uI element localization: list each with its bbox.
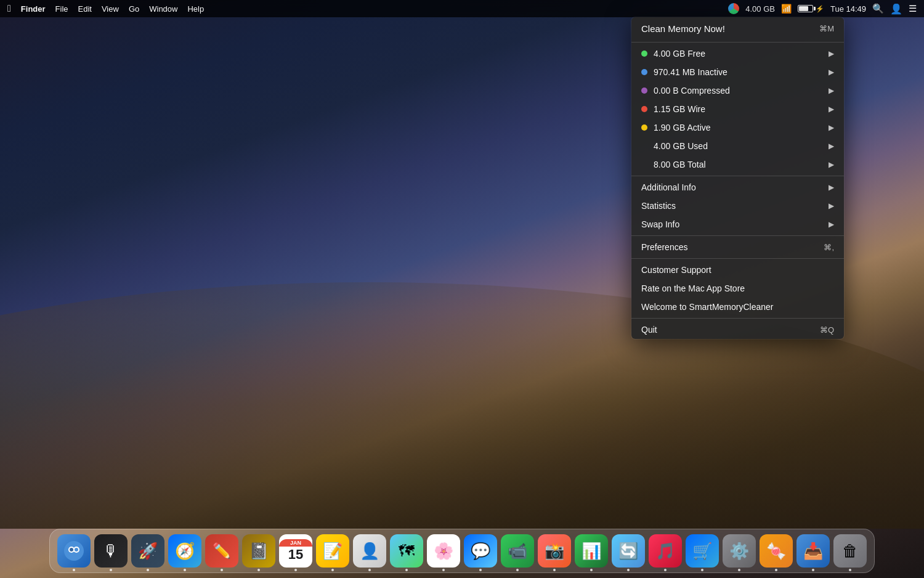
- apple-menu[interactable]: : [7, 3, 11, 14]
- statistics-item[interactable]: Statistics ▶: [631, 197, 844, 215]
- dock-item-photos[interactable]: 🌸: [427, 534, 460, 568]
- free-label: 4.00 GB Free: [654, 49, 824, 59]
- memory-free-item[interactable]: 4.00 GB Free ▶: [631, 44, 844, 63]
- dock-item-facetime-messages[interactable]: 💬: [464, 534, 497, 568]
- dock-item-downloads[interactable]: 📥: [796, 534, 830, 568]
- customer-support-label: Customer Support: [641, 265, 834, 275]
- used-label: 4.00 GB Used: [654, 141, 824, 151]
- customer-support-item[interactable]: Customer Support: [631, 261, 844, 279]
- menubar-datetime[interactable]: Tue 14:49: [830, 4, 866, 14]
- divider-2: [631, 176, 844, 176]
- welcome-item[interactable]: Welcome to SmartMemoryCleaner: [631, 298, 844, 316]
- menubar-go[interactable]: Go: [129, 4, 139, 14]
- dock-item-contacts[interactable]: 👤: [353, 534, 386, 568]
- divider-4: [631, 258, 844, 259]
- menubar-help[interactable]: Help: [187, 4, 204, 14]
- memory-wire-item[interactable]: 1.15 GB Wire ▶: [631, 100, 844, 118]
- rate-appstore-label: Rate on the Mac App Store: [641, 283, 834, 293]
- battery-fill: [799, 6, 808, 11]
- preferences-shortcut: ⌘,: [824, 243, 834, 252]
- menubar-window[interactable]: Window: [149, 4, 177, 14]
- menubar-edit[interactable]: Edit: [78, 4, 92, 14]
- memory-used-item[interactable]: 4.00 GB Used ▶: [631, 137, 844, 155]
- menubar:  Finder File Edit View Go Window Help 4…: [0, 0, 924, 17]
- dock: 🎙 🚀 🧭 ✏️ 📓 JAN 15 📝 👤 🗺 🌸 💬 📹 📸 📊 🔄 🎵 🛒 …: [49, 529, 875, 573]
- svg-point-3: [70, 548, 73, 552]
- dock-item-launchpad[interactable]: 🚀: [131, 534, 164, 568]
- additional-info-item[interactable]: Additional Info ▶: [631, 178, 844, 197]
- dock-item-safari[interactable]: 🧭: [168, 534, 201, 568]
- wifi-icon[interactable]: 📶: [781, 4, 792, 14]
- menubar-left:  Finder File Edit View Go Window Help: [7, 3, 728, 14]
- wire-chevron: ▶: [829, 105, 834, 113]
- quit-item[interactable]: Quit ⌘Q: [631, 320, 844, 339]
- dock-item-notes[interactable]: 📝: [316, 534, 349, 568]
- compressed-chevron: ▶: [829, 86, 834, 95]
- smc-memory-label[interactable]: 4.00 GB: [745, 4, 775, 14]
- search-icon[interactable]: 🔍: [872, 3, 884, 14]
- active-label: 1.90 GB Active: [654, 123, 824, 132]
- dock-item-trash[interactable]: 🗑: [833, 534, 867, 568]
- dock-item-book[interactable]: 📓: [242, 534, 275, 568]
- inactive-dot: [641, 69, 647, 75]
- calendar-month: JAN: [279, 539, 312, 547]
- memory-inactive-item[interactable]: 970.41 MB Inactive ▶: [631, 63, 844, 81]
- avatar-icon[interactable]: 👤: [890, 3, 902, 15]
- menubar-file[interactable]: File: [55, 4, 68, 14]
- battery-label: ⚡: [816, 5, 824, 13]
- menubar-right: 4.00 GB 📶 ⚡ Tue 14:49 🔍 👤 ☰: [728, 3, 917, 15]
- dock-item-maps[interactable]: 🗺: [390, 534, 423, 568]
- preferences-item[interactable]: Preferences ⌘,: [631, 238, 844, 256]
- statistics-chevron: ▶: [829, 201, 834, 210]
- clean-memory-label: Clean Memory Now!: [641, 23, 819, 34]
- smc-menubar-icon[interactable]: [728, 3, 739, 14]
- total-label: 8.00 GB Total: [654, 160, 824, 169]
- divider-3: [631, 235, 844, 236]
- total-chevron: ▶: [829, 160, 834, 169]
- inactive-label: 970.41 MB Inactive: [654, 67, 824, 77]
- battery-indicator[interactable]: ⚡: [798, 5, 824, 13]
- dock-item-photobook[interactable]: 📸: [538, 534, 571, 568]
- memory-active-item[interactable]: 1.90 GB Active ▶: [631, 118, 844, 137]
- wire-dot: [641, 106, 647, 112]
- calendar-day: 15: [288, 547, 303, 563]
- dock-item-calendar[interactable]: JAN 15: [279, 534, 312, 568]
- menubar-view[interactable]: View: [102, 4, 119, 14]
- free-chevron: ▶: [829, 49, 834, 58]
- additional-info-label: Additional Info: [641, 182, 824, 192]
- dock-item-pencil[interactable]: ✏️: [205, 534, 238, 568]
- compressed-dot: [641, 88, 647, 94]
- memory-compressed-item[interactable]: 0.00 B Compressed ▶: [631, 81, 844, 100]
- list-icon[interactable]: ☰: [909, 3, 917, 14]
- free-dot: [641, 51, 647, 57]
- used-chevron: ▶: [829, 142, 834, 150]
- swap-info-chevron: ▶: [829, 220, 834, 229]
- rate-appstore-item[interactable]: Rate on the Mac App Store: [631, 279, 844, 298]
- active-chevron: ▶: [829, 123, 834, 132]
- statistics-label: Statistics: [641, 201, 824, 211]
- battery-icon: [798, 5, 813, 12]
- active-dot: [641, 124, 647, 131]
- dock-item-finder[interactable]: [57, 534, 91, 568]
- dock-item-candy[interactable]: 🍬: [760, 534, 793, 568]
- swap-info-item[interactable]: Swap Info ▶: [631, 215, 844, 234]
- divider-5: [631, 318, 844, 319]
- swap-info-label: Swap Info: [641, 219, 824, 229]
- dock-item-facetime[interactable]: 📹: [501, 534, 534, 568]
- smc-dropdown-menu: Clean Memory Now! ⌘M 4.00 GB Free ▶ 970.…: [631, 17, 844, 339]
- quit-shortcut: ⌘Q: [820, 325, 834, 335]
- welcome-label: Welcome to SmartMemoryCleaner: [641, 302, 834, 312]
- dock-item-appstore[interactable]: 🛒: [686, 534, 719, 568]
- dock-item-migration[interactable]: 🔄: [612, 534, 645, 568]
- clean-memory-button[interactable]: Clean Memory Now! ⌘M: [631, 17, 844, 40]
- memory-total-item[interactable]: 8.00 GB Total ▶: [631, 155, 844, 174]
- dock-item-siri[interactable]: 🎙: [94, 534, 128, 568]
- wire-label: 1.15 GB Wire: [654, 104, 824, 114]
- compressed-label: 0.00 B Compressed: [654, 86, 824, 96]
- dock-item-music[interactable]: 🎵: [649, 534, 682, 568]
- menubar-finder[interactable]: Finder: [21, 4, 46, 14]
- dock-item-numbers[interactable]: 📊: [575, 534, 608, 568]
- quit-label: Quit: [641, 325, 820, 335]
- dock-item-sysprefs[interactable]: ⚙️: [723, 534, 756, 568]
- additional-info-chevron: ▶: [829, 183, 834, 192]
